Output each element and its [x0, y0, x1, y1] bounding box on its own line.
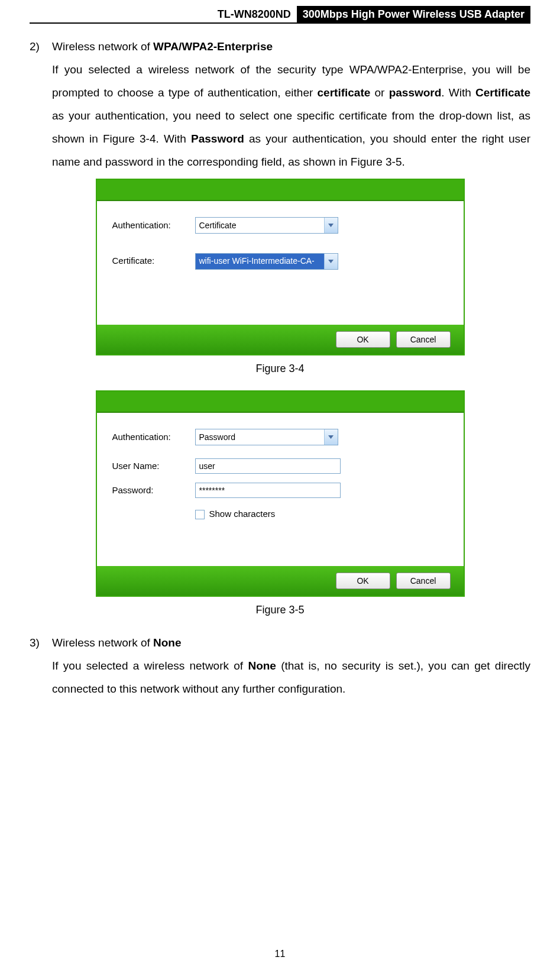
page-number: 11	[0, 949, 560, 959]
section3-paragraph: If you selected a wireless network of No…	[52, 655, 530, 701]
certificate-select-value: wifi-user WiFi-Intermediate-CA-	[196, 254, 324, 269]
certificate-select[interactable]: wifi-user WiFi-Intermediate-CA-	[195, 253, 338, 270]
text: If you selected a wireless network of	[52, 659, 248, 672]
ok-button[interactable]: OK	[336, 573, 390, 589]
list-number-3: 3)	[30, 632, 52, 655]
auth-select[interactable]: Certificate	[195, 217, 338, 234]
text-bold: password	[389, 86, 442, 99]
chevron-down-icon[interactable]	[324, 254, 338, 269]
auth-select-value: Certificate	[196, 218, 324, 233]
figure-3-5-caption: Figure 3-5	[30, 599, 530, 621]
text-bold: None	[248, 659, 276, 672]
text: or	[370, 86, 389, 99]
show-characters-checkbox[interactable]	[195, 510, 205, 519]
dialog-header-bar	[97, 180, 464, 201]
chevron-down-icon[interactable]	[324, 429, 338, 445]
dialog-header-bar	[97, 392, 464, 413]
chevron-down-icon[interactable]	[324, 218, 338, 233]
text: Wireless network of	[52, 636, 153, 649]
cancel-button[interactable]: Cancel	[396, 573, 451, 589]
auth-label: Authentication:	[112, 216, 195, 235]
text-bold: Password	[191, 132, 244, 145]
text: . With	[441, 86, 475, 99]
section2-title: Wireless network of WPA/WPA2-Enterprise	[52, 35, 530, 59]
dialog-figure-3-5: Authentication: Password User Name:	[96, 390, 465, 597]
product-desc: 300Mbps High Power Wireless USB Adapter	[297, 6, 530, 22]
dialog-figure-3-4: Authentication: Certificate Certificate:	[96, 179, 465, 356]
section2-paragraph: If you selected a wireless network of th…	[52, 59, 530, 174]
section3-title: Wireless network of None	[52, 632, 530, 655]
header-divider	[30, 22, 530, 24]
auth-label: Authentication:	[112, 428, 195, 447]
ok-button[interactable]: OK	[336, 331, 390, 348]
list-number-2: 2)	[30, 35, 52, 59]
auth-select[interactable]: Password	[195, 429, 338, 445]
cancel-button[interactable]: Cancel	[396, 331, 451, 348]
text-bold: certificate	[318, 86, 371, 99]
auth-select-value: Password	[196, 429, 324, 445]
product-model: TL-WN8200ND	[212, 6, 297, 22]
text-bold: None	[153, 636, 182, 649]
password-label: Password:	[112, 481, 195, 500]
doc-header: TL-WN8200ND 300Mbps High Power Wireless …	[212, 6, 530, 22]
password-input[interactable]: ********	[195, 483, 341, 498]
show-characters-label: Show characters	[209, 505, 276, 523]
figure-3-4-caption: Figure 3-4	[30, 358, 530, 380]
username-input[interactable]: user	[195, 458, 341, 474]
text: Wireless network of	[52, 40, 153, 53]
certificate-label: Certificate:	[112, 252, 195, 270]
text-bold: WPA/WPA2-Enterprise	[153, 40, 273, 53]
text-bold: Certificate	[475, 86, 530, 99]
username-label: User Name:	[112, 457, 195, 476]
